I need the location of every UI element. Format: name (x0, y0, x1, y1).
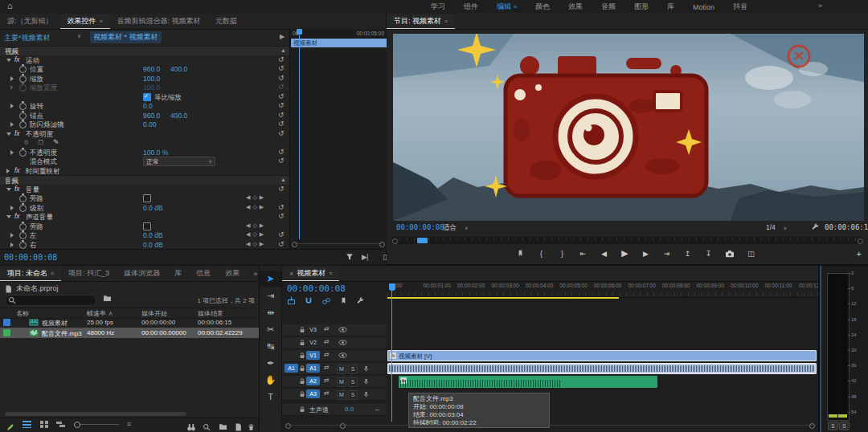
hand-tool[interactable]: ✋ (260, 372, 281, 388)
effect-row-位置[interactable]: 位置960.0400.0↺ (0, 64, 289, 74)
reset-icon[interactable]: ↺ (278, 157, 285, 165)
fx-icon[interactable]: fx (14, 212, 20, 220)
type-tool[interactable]: T (260, 389, 281, 405)
tab-项目: 抖汇_3[interactable]: 项目: 抖汇_3 (61, 266, 117, 281)
twirl-icon[interactable] (10, 85, 14, 90)
table-row[interactable]: 配音文件.mp348000 Hz00:00:00.0000000:00:02.4… (0, 328, 259, 338)
stopwatch-icon[interactable] (19, 149, 27, 157)
lock-icon[interactable] (298, 339, 306, 347)
value-field[interactable]: 400.0 (170, 65, 187, 73)
step-forward-icon[interactable]: ▶ (641, 250, 650, 258)
tab-效果[interactable]: 效果 (218, 266, 247, 281)
value-field[interactable]: 400.0 (170, 112, 187, 120)
value-field[interactable]: 0.0 dB (143, 241, 163, 249)
insert-nest-icon[interactable] (287, 296, 296, 305)
value-field[interactable]: 0.0 (143, 102, 153, 110)
tab-元数据[interactable]: 元数据 (208, 14, 244, 29)
clip-voiceover[interactable]: fx (399, 376, 657, 388)
workspace-item-库[interactable]: 库 (667, 2, 674, 12)
twirl-icon[interactable] (10, 150, 14, 155)
workspace-item-Motion[interactable]: Motion (693, 3, 714, 11)
value-field[interactable]: 960.0 (143, 112, 160, 120)
track-target-V3[interactable]: V3 (306, 325, 320, 334)
keyframe-nav[interactable]: ◀◇▶ (246, 231, 266, 238)
sort-icon[interactable]: ≡ (127, 420, 131, 428)
go-to-out-icon[interactable]: ⇥ (662, 250, 671, 258)
value-field[interactable]: 960.0 (143, 65, 160, 73)
workspace-item-抖音[interactable]: 抖音 (733, 2, 747, 12)
clip-video[interactable]: fx视频素材 [V] (387, 350, 817, 361)
collapse-icon[interactable]: ▲ (280, 47, 286, 53)
project-hscrollbar[interactable] (5, 412, 186, 416)
pen-tool[interactable]: ✒ (260, 355, 281, 371)
effect-row-视频[interactable]: 视频▲ (0, 46, 289, 55)
stopwatch-icon[interactable] (19, 112, 27, 120)
tab-效果控件[interactable]: 效果控件≡ (60, 14, 110, 29)
lock-icon[interactable] (298, 365, 306, 373)
reset-icon[interactable]: ↺ (278, 129, 285, 137)
timeline-playhead-handle[interactable] (389, 283, 395, 291)
ripple-edit-tool[interactable]: ⇹ (260, 304, 281, 320)
stopwatch-icon[interactable] (19, 232, 27, 239)
solo-right-button[interactable]: S (839, 422, 850, 430)
workspace-item-颜色[interactable]: 颜色 (535, 2, 550, 12)
keyframe-nav[interactable]: ◀◇▶ (246, 241, 266, 247)
panel-menu-icon[interactable]: ≡ (329, 271, 332, 276)
search-input[interactable] (5, 295, 96, 306)
solo-button[interactable]: S (348, 390, 358, 400)
fx-icon[interactable]: fx (14, 129, 20, 137)
twirl-icon[interactable] (10, 122, 14, 127)
track-header-V2[interactable]: V2⇄ (282, 337, 386, 349)
program-timecode[interactable]: 00:00:00:08 (396, 223, 444, 231)
go-to-in-icon[interactable]: ⇤ (579, 250, 588, 258)
panel-menu-icon[interactable]: ≡ (444, 18, 448, 24)
stopwatch-icon[interactable] (19, 242, 27, 249)
reset-icon[interactable]: ↺ (278, 64, 285, 72)
reset-icon[interactable]: ↺ (278, 55, 285, 63)
slider-knob[interactable] (74, 422, 80, 428)
master-clip-label[interactable]: 主要*视频素材 (4, 33, 51, 43)
fx-icon[interactable]: fx (14, 185, 20, 193)
workspace-item-组件[interactable]: 组件 (464, 2, 478, 12)
label-color-chip[interactable] (3, 329, 10, 336)
stopwatch-icon[interactable] (19, 223, 27, 230)
label-color-chip[interactable] (3, 319, 10, 326)
workspace-item-音频[interactable]: 音频 (601, 2, 616, 12)
checkbox[interactable] (143, 222, 151, 230)
effect-row-防闪烁滤镜[interactable]: 防闪烁滤镜0.00↺ (0, 120, 289, 129)
solo-button[interactable]: S (348, 377, 358, 387)
twirl-icon[interactable] (6, 132, 11, 136)
playback-resolution-selector[interactable]: 1/4∨ (766, 223, 787, 231)
tab-源:（无剪辑）[interactable]: 源:（无剪辑） (0, 14, 60, 29)
program-playhead[interactable] (417, 238, 428, 243)
stopwatch-icon[interactable] (19, 195, 27, 202)
effect-row-音量[interactable]: fx音量↺ (0, 185, 289, 194)
reset-icon[interactable]: ↺ (278, 92, 285, 100)
slip-tool[interactable]: ↹ (260, 338, 281, 354)
tab-program[interactable]: 节目: 视频素材≡ (387, 14, 455, 29)
track-header-A3[interactable]: A3⇄MS (282, 389, 386, 401)
effect-controls-timecode[interactable]: 00:00:00:08 (4, 253, 57, 262)
keyframe-nav[interactable]: ◀◇▶ (246, 222, 266, 229)
section-header[interactable]: 音频▲ (0, 175, 289, 185)
lock-icon[interactable] (298, 352, 306, 360)
timeline-hscrollbar[interactable] (284, 423, 817, 428)
workspace-item-效果[interactable]: 效果 (568, 2, 583, 12)
reset-icon[interactable]: ↺ (278, 120, 285, 128)
home-icon[interactable]: ⌂ (7, 1, 13, 10)
timeline-settings-wrench-icon[interactable] (356, 296, 365, 305)
mark-out-icon[interactable]: } (558, 250, 567, 258)
effect-row-tools[interactable]: ○□✎ (0, 138, 289, 148)
play-audio-icon[interactable]: ▶⎸ (362, 253, 375, 262)
project-file[interactable]: 未命名.prproj (5, 283, 59, 294)
clip-video-audio[interactable] (387, 363, 817, 374)
add-marker-icon[interactable] (340, 296, 347, 305)
effect-row-旁路[interactable]: 旁路◀◇▶ (0, 194, 289, 203)
track-select-forward-tool[interactable]: ⇥ (260, 287, 281, 304)
solo-button[interactable]: S (348, 365, 358, 374)
compare-view-icon[interactable]: ◫ (747, 250, 755, 258)
mic-icon[interactable] (362, 390, 370, 398)
checkbox[interactable] (143, 93, 151, 101)
eye-icon[interactable] (338, 352, 347, 359)
ellipse-mask-icon[interactable]: ○ (24, 138, 28, 146)
